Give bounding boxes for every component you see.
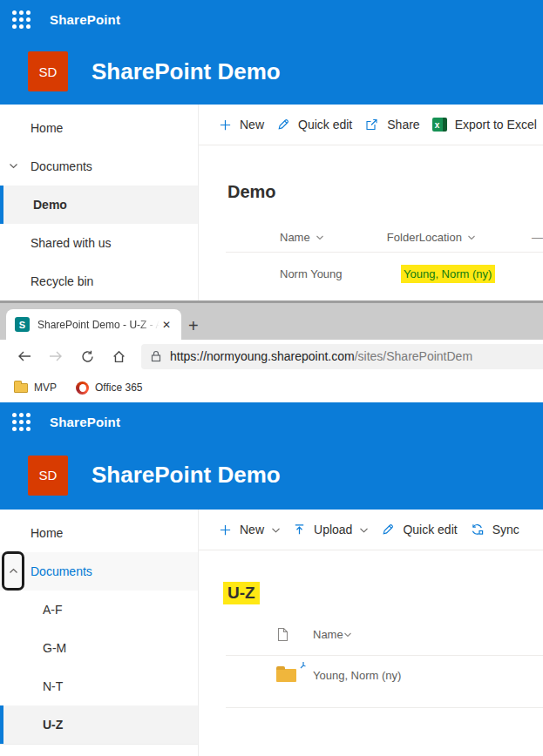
site-title: SharePoint Demo [92, 462, 281, 489]
new-tab-button[interactable]: + [188, 317, 199, 334]
pencil-icon [381, 523, 395, 537]
suite-bar: SharePoint [0, 0, 543, 38]
folder-icon [276, 669, 296, 682]
sidebar-item-shared-with-us[interactable]: Shared with us [0, 224, 198, 262]
table-header: Name [199, 627, 543, 642]
cell-name[interactable]: Norm Young [280, 267, 404, 280]
sidebar-item-n-t[interactable]: N-T [0, 667, 198, 705]
excel-icon: x [432, 118, 447, 132]
bookmark-folder-mvp[interactable]: MVP [14, 381, 57, 394]
sharepoint-favicon-icon: S [15, 317, 30, 332]
waffle-icon[interactable] [12, 10, 31, 29]
left-nav: Home Documents Demo Shared with us Recyc… [0, 105, 199, 300]
address-bar[interactable]: https://normyoung.sharepoint.com/sites/S… [141, 344, 543, 369]
sync-icon [470, 523, 485, 537]
sidebar-item-recycle-bin[interactable]: Recycle bin [0, 262, 198, 300]
new-button[interactable]: New [213, 510, 287, 550]
bookmarks-bar: MVP Office 365 [0, 373, 543, 402]
sidebar-item-a-f[interactable]: A-F [0, 591, 198, 629]
waffle-icon[interactable] [12, 413, 31, 431]
sync-button[interactable]: Sync [464, 510, 526, 550]
office-365-icon [76, 381, 89, 395]
tab-bar: S SharePoint Demo - U-Z - All Doc ✕ + [0, 303, 543, 340]
sidebar-item-home[interactable]: Home [0, 514, 198, 552]
sidebar-item-home[interactable]: Home [0, 109, 198, 147]
command-bar: New Upload Quick edit [199, 510, 543, 550]
suite-bar: SharePoint [0, 402, 543, 441]
upload-button[interactable]: Upload [287, 510, 375, 550]
file-type-column-icon [276, 627, 313, 642]
url-path: /sites/SharePointDem [355, 349, 472, 363]
suite-label[interactable]: SharePoint [50, 415, 120, 429]
chevron-up-icon[interactable] [8, 565, 19, 579]
quick-edit-button[interactable]: Quick edit [270, 105, 358, 145]
sharepoint-window-top: SharePoint SD SharePoint Demo Home Docum… [0, 0, 543, 300]
chevron-down-icon [343, 628, 352, 641]
column-header-name[interactable]: Name [313, 628, 437, 641]
chevron-down-icon [316, 231, 324, 244]
list-title: Demo [227, 180, 543, 203]
pencil-icon [276, 118, 290, 132]
upload-icon [293, 523, 306, 537]
sidebar-item-demo[interactable]: Demo [0, 186, 198, 224]
command-bar: New Quick edit Share x Export to Excel [199, 105, 543, 145]
site-logo[interactable]: SD [28, 456, 68, 496]
left-nav: Home Documents A-F G-M N-T U-Z [0, 510, 199, 756]
suite-label[interactable]: SharePoint [50, 12, 120, 27]
bookmark-office-365[interactable]: Office 365 [76, 381, 142, 395]
chevron-down-icon [359, 523, 369, 537]
plus-icon [219, 118, 232, 132]
divider [0, 744, 198, 745]
quick-edit-button[interactable]: Quick edit [375, 510, 463, 550]
new-item-glimmer-icon [296, 661, 307, 674]
chevron-down-icon [467, 231, 476, 244]
back-button[interactable] [9, 343, 40, 369]
cell-folderlocation-highlighted[interactable]: Young, Norm (ny) [401, 265, 495, 283]
new-button[interactable]: New [213, 105, 270, 145]
site-banner: SD SharePoint Demo [0, 38, 543, 105]
column-header-folderlocation[interactable]: FolderLocation [387, 231, 492, 244]
sidebar-item-u-z[interactable]: U-Z [0, 705, 198, 744]
browser-chrome: S SharePoint Demo - U-Z - All Doc ✕ + ht… [0, 300, 543, 402]
document-icon [276, 627, 289, 642]
chevron-down-icon[interactable] [8, 160, 19, 174]
folder-icon [14, 383, 28, 393]
table-row[interactable]: Norm Young Young, Norm (ny) [199, 253, 543, 294]
site-logo[interactable]: SD [28, 51, 68, 91]
cell-folder-name[interactable]: Young, Norm (ny) [313, 669, 401, 682]
column-header-name[interactable]: Name [280, 231, 387, 244]
tab-title: SharePoint Demo - U-Z - All Doc [37, 319, 160, 331]
chevron-down-icon [271, 523, 281, 537]
refresh-button[interactable] [71, 343, 103, 369]
site-banner: SD SharePoint Demo [0, 441, 543, 510]
table-header: Name FolderLocation — [199, 231, 543, 244]
list-title-highlighted: U-Z [223, 582, 260, 604]
column-header-overflow: — [532, 231, 543, 244]
lock-icon [151, 350, 161, 362]
table-row[interactable]: Young, Norm (ny) [199, 656, 543, 694]
home-button[interactable] [103, 343, 134, 369]
plus-icon [219, 523, 232, 537]
divider [226, 707, 543, 708]
sidebar-item-documents[interactable]: Documents [0, 147, 198, 186]
sharepoint-window-bottom: SharePoint SD SharePoint Demo Home Docum… [0, 402, 543, 756]
close-tab-icon[interactable]: ✕ [160, 317, 173, 333]
export-to-excel-button[interactable]: x Export to Excel [426, 105, 543, 145]
share-icon [364, 118, 379, 132]
sidebar-item-g-m[interactable]: G-M [0, 629, 198, 667]
site-title: SharePoint Demo [92, 58, 281, 85]
url-host: https://normyoung.sharepoint.com [170, 349, 355, 363]
browser-navbar: https://normyoung.sharepoint.com/sites/S… [0, 340, 543, 373]
share-button[interactable]: Share [358, 105, 425, 145]
sidebar-item-documents[interactable]: Documents [0, 552, 198, 591]
browser-tab[interactable]: S SharePoint Demo - U-Z - All Doc ✕ [6, 309, 181, 340]
forward-button[interactable] [40, 343, 71, 369]
